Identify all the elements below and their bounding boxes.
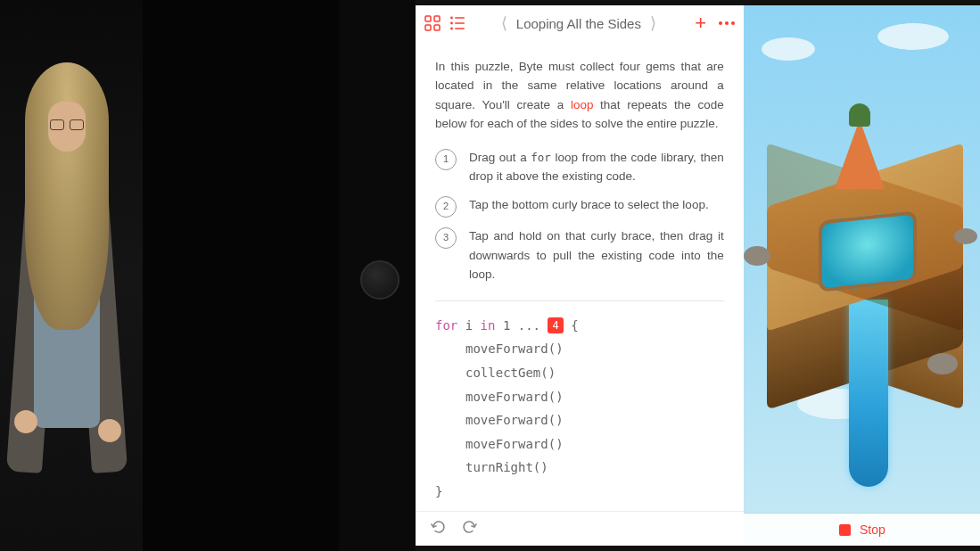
home-button[interactable] bbox=[360, 260, 399, 300]
page-title: Looping All the Sides bbox=[516, 16, 641, 31]
water-pool bbox=[819, 210, 917, 292]
page-title-nav: ⟨ Looping All the Sides ⟩ bbox=[474, 13, 683, 33]
svg-rect-5 bbox=[455, 17, 465, 19]
next-page-chevron-icon[interactable]: ⟩ bbox=[650, 13, 656, 33]
more-button[interactable] bbox=[719, 21, 735, 25]
code-line[interactable]: moveForward() bbox=[435, 385, 724, 409]
step-text: Drag out a for loop from the code librar… bbox=[469, 148, 724, 186]
step-number: 3 bbox=[435, 227, 457, 249]
step-text: Tap and hold on that curly brace, then d… bbox=[469, 226, 724, 284]
svg-rect-3 bbox=[434, 25, 440, 30]
ipad-bezel bbox=[339, 0, 416, 551]
divider bbox=[435, 300, 724, 301]
carrot-top bbox=[849, 103, 870, 127]
svg-point-6 bbox=[450, 22, 453, 25]
library-icon[interactable] bbox=[424, 15, 441, 31]
step-text: Tap the bottom curly brace to select the… bbox=[469, 195, 724, 218]
cloud bbox=[762, 37, 815, 61]
stage: ⟨ Looping All the Sides ⟩ + In this puzz… bbox=[0, 0, 980, 551]
code-editor[interactable]: for i in 1 ... 4 { moveForward() collect… bbox=[435, 314, 724, 504]
code-line[interactable]: } bbox=[435, 480, 724, 504]
game-view[interactable]: Stop bbox=[744, 5, 980, 546]
rock bbox=[954, 228, 977, 244]
bottom-toolbar bbox=[416, 511, 744, 546]
svg-point-4 bbox=[450, 17, 453, 20]
presenter-figure bbox=[9, 62, 125, 535]
app-screen: ⟨ Looping All the Sides ⟩ + In this puzz… bbox=[416, 5, 980, 546]
svg-rect-0 bbox=[425, 16, 431, 21]
redo-icon[interactable] bbox=[462, 519, 478, 539]
code-line[interactable]: moveForward() bbox=[435, 432, 724, 456]
rock bbox=[927, 353, 958, 374]
step-number: 2 bbox=[435, 196, 457, 218]
svg-rect-2 bbox=[425, 25, 431, 30]
ipad-device: ⟨ Looping All the Sides ⟩ + In this puzz… bbox=[339, 0, 980, 551]
svg-point-8 bbox=[450, 28, 453, 30]
steps-list: 1 Drag out a for loop from the code libr… bbox=[435, 148, 724, 284]
step-item: 2 Tap the bottom curly brace to select t… bbox=[435, 195, 724, 218]
code-line[interactable]: moveForward() bbox=[435, 408, 724, 432]
code-line[interactable]: collectGem() bbox=[435, 361, 724, 385]
code-line[interactable]: moveForward() bbox=[435, 337, 724, 361]
add-button[interactable]: + bbox=[692, 12, 710, 35]
svg-rect-9 bbox=[455, 28, 465, 29]
puzzle-island bbox=[749, 139, 980, 398]
waterfall bbox=[849, 300, 888, 487]
list-icon[interactable] bbox=[449, 15, 465, 31]
toolbar: ⟨ Looping All the Sides ⟩ + bbox=[416, 5, 744, 41]
run-control-bar: Stop bbox=[744, 514, 980, 546]
lesson-pane: ⟨ Looping All the Sides ⟩ + In this puzz… bbox=[416, 5, 744, 546]
carrot-decor bbox=[835, 119, 885, 189]
rock bbox=[744, 246, 770, 266]
loop-count-token[interactable]: 4 bbox=[548, 317, 563, 333]
step-number: 1 bbox=[435, 149, 457, 170]
intro-paragraph: In this puzzle, Byte must collect four g… bbox=[435, 57, 724, 134]
presenter-photo bbox=[0, 0, 143, 551]
undo-icon[interactable] bbox=[430, 519, 446, 539]
cloud bbox=[877, 23, 949, 50]
lesson-content: In this puzzle, Byte must collect four g… bbox=[416, 41, 744, 511]
prev-page-chevron-icon[interactable]: ⟨ bbox=[501, 13, 507, 33]
stop-icon[interactable] bbox=[839, 524, 851, 536]
step-item: 3 Tap and hold on that curly brace, then… bbox=[435, 226, 724, 284]
step-item: 1 Drag out a for loop from the code libr… bbox=[435, 148, 724, 186]
code-line[interactable]: for i in 1 ... 4 { bbox=[435, 314, 724, 338]
intro-loop-keyword[interactable]: loop bbox=[571, 98, 594, 111]
code-line[interactable]: turnRight() bbox=[435, 456, 724, 480]
stop-button-label[interactable]: Stop bbox=[860, 522, 885, 537]
svg-rect-1 bbox=[434, 16, 440, 21]
svg-rect-7 bbox=[455, 22, 465, 24]
